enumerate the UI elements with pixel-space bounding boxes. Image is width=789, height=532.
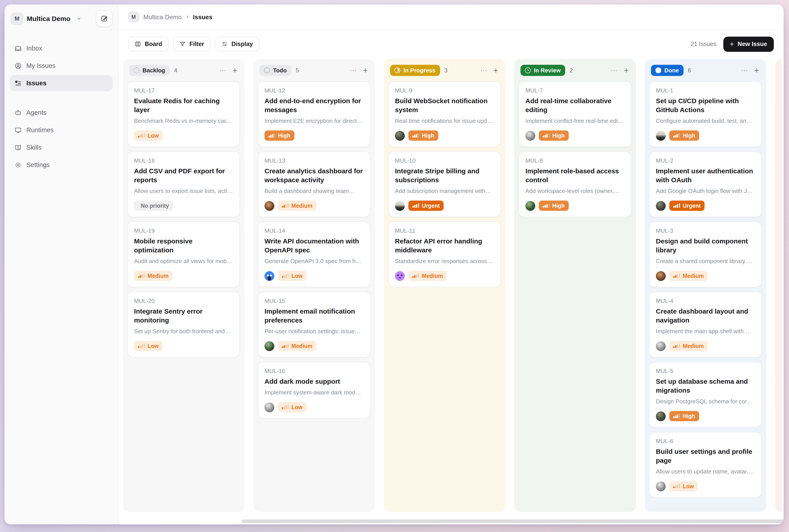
sidebar-item-runtimes[interactable]: Runtimes — [10, 122, 113, 138]
issue-title: Evaluate Redis for caching layer — [134, 96, 233, 114]
issue-card[interactable]: MUL-2 Implement user authentication with… — [649, 151, 762, 217]
column-more-button[interactable]: ⋯ — [740, 66, 749, 75]
column-status-pill[interactable]: Todo — [260, 65, 291, 76]
priority-icon — [543, 203, 549, 209]
column-status-pill[interactable]: In Progress — [390, 65, 440, 76]
priority-icon — [282, 343, 288, 349]
workspace-logo: M — [11, 12, 23, 25]
sidebar-item-settings[interactable]: Settings — [10, 157, 113, 173]
issue-id: MUL-1 — [656, 87, 755, 94]
status-icon — [394, 68, 400, 73]
issue-title: Integrate Sentry error monitoring — [134, 307, 233, 325]
new-issue-button[interactable]: + New Issue — [723, 36, 774, 52]
issue-card[interactable]: MUL-12 Add end-to-end encryption for mes… — [258, 81, 370, 147]
horizontal-scrollbar — [237, 519, 784, 523]
priority-badge: Low — [134, 130, 163, 141]
issue-card[interactable]: MUL-14 Write API documentation with Open… — [258, 222, 370, 287]
column-header: Done 6 ⋯ + — [649, 63, 762, 81]
column-more-button[interactable]: ⋯ — [218, 66, 227, 75]
column-add-button[interactable]: + — [492, 65, 499, 75]
issues-count: 21 Issues — [691, 41, 717, 48]
issue-card[interactable]: MUL-18 Add CSV and PDF export for report… — [127, 151, 240, 217]
priority-icon — [138, 273, 145, 279]
issue-card[interactable]: MUL-10 Integrate Stripe billing and subs… — [388, 151, 501, 217]
issue-card[interactable]: MUL-5 Set up database schema and migrati… — [649, 362, 762, 428]
issue-id: MUL-6 — [656, 438, 755, 445]
sidebar-item-skills[interactable]: Skills — [10, 139, 113, 155]
issue-card[interactable]: MUL-8 Implement role-based access contro… — [519, 151, 631, 217]
column-add-button[interactable]: + — [362, 65, 369, 75]
issue-card[interactable]: MUL-17 Evaluate Redis for caching layer … — [127, 81, 240, 147]
breadcrumb-workspace[interactable]: Multica Demo — [144, 13, 182, 21]
assignee-avatar — [656, 341, 666, 351]
compose-button[interactable] — [96, 10, 113, 27]
issue-title: Set up database schema and migrations — [656, 377, 755, 395]
priority-icon — [138, 132, 145, 139]
compose-icon — [100, 15, 108, 22]
issue-card[interactable]: MUL-20 Integrate Sentry error monitoring… — [127, 292, 240, 357]
priority-badge: Medium — [669, 341, 708, 351]
issue-description: Per-user notification settings: issue… — [264, 327, 364, 336]
column-more-button[interactable]: ⋯ — [479, 66, 488, 75]
assignee-avatar — [656, 481, 666, 491]
priority-icon — [412, 273, 419, 279]
issue-card[interactable]: MUL-11 Refactor API error handling middl… — [388, 222, 501, 287]
column-count: 5 — [296, 67, 299, 74]
filter-button[interactable]: Filter — [173, 37, 210, 51]
column-more-button[interactable]: ⋯ — [349, 66, 358, 75]
board-icon — [134, 41, 141, 48]
issue-card[interactable]: MUL-9 Build WebSocket notification syste… — [388, 81, 501, 147]
priority-icon — [268, 132, 275, 139]
priority-badge: Low — [669, 481, 698, 492]
issue-card[interactable]: MUL-1 Set up CI/CD pipeline with GitHub … — [649, 81, 762, 147]
sidebar-nav: InboxMy IssuesIssuesAgentsRuntimesSkills… — [10, 40, 113, 173]
issue-description: Build a dashboard showing team… — [264, 187, 364, 195]
scrollbar-thumb[interactable] — [242, 519, 784, 523]
issue-footer: High — [395, 130, 494, 141]
issue-description: Allow users to update name, avatar,… — [656, 468, 755, 476]
sidebar-item-inbox[interactable]: Inbox — [10, 40, 113, 56]
sidebar-item-label: Agents — [26, 109, 46, 116]
sidebar-item-label: Issues — [26, 79, 46, 87]
inbox-icon — [14, 44, 22, 52]
display-icon — [221, 41, 228, 48]
issue-id: MUL-15 — [264, 298, 364, 304]
issue-footer: High — [525, 130, 625, 141]
column-more-button[interactable]: ⋯ — [609, 66, 619, 75]
priority-label: Medium — [291, 343, 312, 349]
issue-footer: Low — [264, 402, 364, 413]
breadcrumb-current: Issues — [193, 13, 212, 21]
priority-badge: High — [669, 411, 699, 421]
status-icon — [525, 68, 531, 73]
sidebar-item-agents[interactable]: Agents — [10, 104, 113, 120]
issue-card[interactable]: MUL-6 Build user settings and profile pa… — [649, 432, 762, 498]
issue-card[interactable]: MUL-3 Design and build component library… — [649, 222, 762, 287]
issue-title: Set up CI/CD pipeline with GitHub Action… — [656, 96, 755, 114]
issue-card[interactable]: MUL-13 Create analytics dashboard for wo… — [258, 151, 370, 217]
column-status-pill[interactable]: Done — [651, 65, 683, 76]
column-add-button[interactable]: + — [753, 65, 760, 75]
priority-icon — [673, 132, 680, 139]
priority-icon — [282, 273, 288, 279]
workspace-switcher[interactable]: M Multica Demo — [10, 11, 82, 26]
board-button[interactable]: Board — [128, 37, 168, 51]
display-button[interactable]: Display — [215, 37, 259, 51]
column-add-button[interactable]: + — [623, 65, 630, 75]
column-count: 3 — [444, 67, 448, 74]
issue-description: Design PostgreSQL schema for core… — [656, 398, 755, 405]
issue-footer: No priority — [134, 201, 233, 211]
issue-card[interactable]: MUL-16 Add dark mode support Implement s… — [258, 362, 370, 419]
issue-card[interactable]: MUL-4 Create dashboard layout and naviga… — [649, 292, 762, 357]
issue-card[interactable]: MUL-7 Add real-time collaborative editin… — [519, 81, 631, 147]
issue-card[interactable]: MUL-15 Implement email notification pref… — [258, 292, 370, 357]
issue-card[interactable]: MUL-19 Mobile responsive optimization Au… — [127, 222, 240, 287]
column-status-pill[interactable]: In Review — [521, 65, 565, 76]
column-status-pill[interactable]: Backlog — [129, 65, 170, 76]
sidebar-item-label: My Issues — [26, 62, 56, 69]
priority-icon — [282, 203, 288, 209]
sidebar-item-my-issues[interactable]: My Issues — [10, 58, 113, 74]
sidebar-item-issues[interactable]: Issues — [10, 75, 113, 91]
priority-label: High — [683, 132, 695, 139]
issue-id: MUL-18 — [134, 157, 233, 164]
column-add-button[interactable]: + — [232, 65, 238, 75]
